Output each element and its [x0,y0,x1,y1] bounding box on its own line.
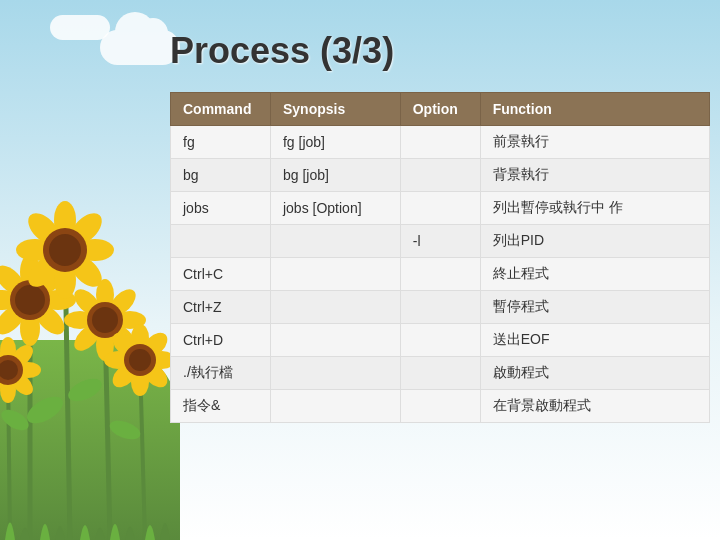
cell-synopsis [270,324,400,357]
cell-synopsis [270,390,400,423]
cell-function: 暫停程式 [480,291,709,324]
cell-command: ./執行檔 [171,357,271,390]
cell-function: 背景執行 [480,159,709,192]
cell-option [400,159,480,192]
cell-option [400,357,480,390]
cell-option [400,192,480,225]
cell-command: 指令& [171,390,271,423]
cell-command: Ctrl+D [171,324,271,357]
cell-function: 送出EOF [480,324,709,357]
cell-synopsis: bg [job] [270,159,400,192]
cell-command: Ctrl+Z [171,291,271,324]
header-synopsis: Synopsis [270,93,400,126]
cell-synopsis [270,357,400,390]
cell-command: Ctrl+C [171,258,271,291]
cell-function: 列出暫停或執行中 作 [480,192,709,225]
table-row: 指令&在背景啟動程式 [171,390,710,423]
page-title: Process (3/3) [170,30,690,72]
table-row: ./執行檔啟動程式 [171,357,710,390]
cell-command [171,225,271,258]
table-row: jobsjobs [Option]列出暫停或執行中 作 [171,192,710,225]
cell-function: 前景執行 [480,126,709,159]
cell-command: bg [171,159,271,192]
table-row: Ctrl+D送出EOF [171,324,710,357]
cell-function: 列出PID [480,225,709,258]
cell-option: -l [400,225,480,258]
header-command: Command [171,93,271,126]
process-table: Command Synopsis Option Function fgfg [j… [170,92,710,423]
cell-synopsis [270,258,400,291]
cell-option [400,126,480,159]
table-row: fgfg [job]前景執行 [171,126,710,159]
cell-option [400,291,480,324]
main-content: Process (3/3) Command Synopsis Option Fu… [0,0,720,443]
cell-synopsis [270,225,400,258]
cell-synopsis [270,291,400,324]
header-option: Option [400,93,480,126]
table-row: bgbg [job]背景執行 [171,159,710,192]
table-row: Ctrl+Z暫停程式 [171,291,710,324]
cell-command: fg [171,126,271,159]
cell-function: 在背景啟動程式 [480,390,709,423]
cell-option [400,390,480,423]
header-function: Function [480,93,709,126]
cell-synopsis: fg [job] [270,126,400,159]
cell-function: 終止程式 [480,258,709,291]
cell-function: 啟動程式 [480,357,709,390]
table-row: Ctrl+C終止程式 [171,258,710,291]
table-header-row: Command Synopsis Option Function [171,93,710,126]
cell-option [400,258,480,291]
cell-option [400,324,480,357]
table-row: -l列出PID [171,225,710,258]
cell-command: jobs [171,192,271,225]
cell-synopsis: jobs [Option] [270,192,400,225]
